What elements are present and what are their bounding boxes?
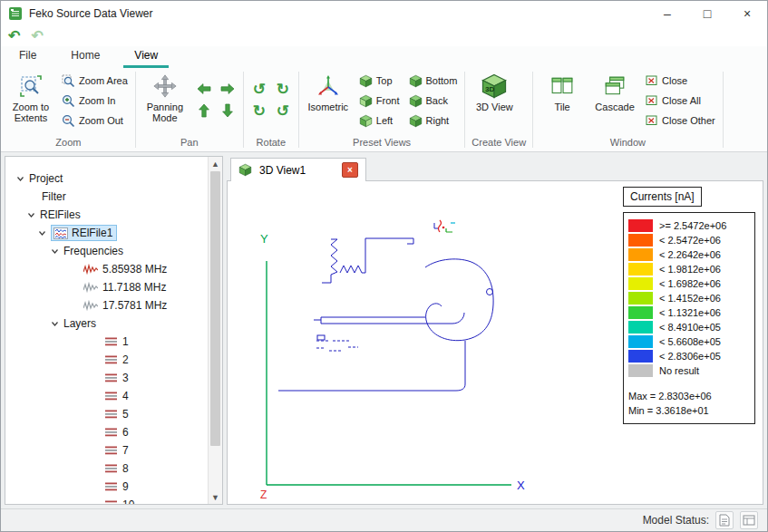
layer-label: 4 [122,390,129,402]
maximize-button[interactable]: □ [687,1,727,26]
view-right-icon [409,114,423,128]
tree-node-filter[interactable]: Filter [5,188,206,206]
expander-icon[interactable] [51,320,59,328]
app-window: Feko Source Data Viewer – □ × ↶ ↶ File H… [0,0,768,532]
tree-node-layer-4[interactable]: 4 [5,387,206,405]
tab-home[interactable]: Home [60,46,111,68]
status-bar: Model Status: [1,508,767,531]
rotate-group-label: Rotate [245,137,297,151]
view-front-button[interactable]: Front [355,91,403,111]
tree-label-relfile1: RElFile1 [72,227,112,239]
tree-node-layer-1[interactable]: 1 [5,333,206,351]
svg-text:3D: 3D [485,85,495,93]
tree-node-frequencies[interactable]: Frequencies [5,242,206,260]
tree-node-layer-2[interactable]: 2 [5,351,206,369]
tree-node-layer-8[interactable]: 8 [5,459,206,478]
feed-point-details [439,220,456,232]
close-all-label: Close All [662,95,701,106]
tree-node-frequency-2[interactable]: 11.7188 MHz [5,278,206,296]
view-tab-3d-view1[interactable]: 3D View1 × [230,158,366,181]
create-3d-view-button[interactable]: 3D 3D View [469,71,520,114]
tree-node-layer-7[interactable]: 7 [5,441,206,459]
view-top-button[interactable]: Top [355,71,403,91]
redo-icon[interactable]: ↶ [31,29,43,44]
tree-node-relfiles[interactable]: RElFiles [5,206,206,224]
tree-node-project[interactable]: Project [5,169,206,188]
legend-min: Min = 3.3618e+01 [628,405,750,416]
close-other-button[interactable]: Close Other [642,111,719,131]
ribbon-tab-row: File Home View [1,46,767,68]
tab-view[interactable]: View [123,46,169,68]
tree-node-layer-6[interactable]: 6 [5,423,206,441]
scroll-up-button[interactable]: ▲ [209,157,222,170]
expander-icon[interactable] [27,211,35,219]
undo-icon[interactable]: ↶ [8,29,20,44]
tile-button[interactable]: Tile [537,71,588,114]
zoom-to-extents-button[interactable]: Zoom to Extents [5,71,56,125]
layer-icon [105,373,118,383]
tab-file[interactable]: File [8,46,47,68]
y-axis-label: Y [260,232,268,246]
layer-label: 9 [122,480,129,493]
pan-up-button[interactable] [192,100,216,121]
zoom-area-button[interactable]: Zoom Area [58,71,131,91]
close-all-button[interactable]: Close All [642,91,719,111]
tree-node-frequency-3[interactable]: 17.5781 MHz [5,296,206,314]
pan-group-label: Pan [137,137,242,151]
close-window-button[interactable]: × [727,1,767,26]
pan-down-button[interactable] [216,100,239,121]
rotate-down-button[interactable]: ↺ [271,100,295,121]
isometric-button[interactable]: Isometric [303,71,354,114]
tree-node-frequency-1[interactable]: 5.85938 MHz [5,260,206,278]
rel-file-icon [53,227,68,239]
view-right-button[interactable]: Right [405,111,462,131]
minimize-button[interactable]: – [647,1,687,26]
model-status-document-icon[interactable] [715,511,734,529]
expander-icon[interactable] [51,247,59,256]
quick-access-toolbar: ↶ ↶ [1,26,767,46]
create-3d-view-label: 3D View [476,102,513,112]
pan-left-button[interactable] [192,78,216,100]
tree-node-layers[interactable]: Layers [5,314,206,333]
project-tree: Project Filter RElFiles [5,157,222,504]
zoom-in-button[interactable]: Zoom In [58,91,131,111]
panning-mode-button[interactable]: Panning Mode [140,71,190,125]
rotate-up-button[interactable]: ↻ [248,100,271,121]
z-axis-label: Z [260,488,267,501]
close-view-button[interactable]: Close [642,71,719,91]
rotate-cw-button[interactable]: ↻ [271,78,295,100]
rotate-ccw-button[interactable]: ↺ [248,78,271,100]
tree-node-relfile1[interactable]: RElFile1 [5,224,206,242]
pan-right-button[interactable] [216,78,239,100]
tree-node-layer-3[interactable]: 3 [5,369,206,387]
view-bottom-button[interactable]: Bottom [405,71,462,91]
zoom-area-label: Zoom Area [79,75,128,86]
3d-canvas[interactable]: Y X Z [227,181,763,505]
scrollbar-thumb[interactable] [210,171,220,446]
zoom-in-icon [62,94,75,108]
legend-scale: >= 2.5472e+06 < 2.5472e+06 < 2.2642e+06 … [623,212,755,424]
view-tab-close-button[interactable]: × [342,162,358,178]
view-top-label: Top [376,75,393,86]
expander-icon[interactable] [38,229,46,237]
zoom-out-button[interactable]: Zoom Out [58,111,131,131]
model-status-box-icon[interactable] [740,511,758,529]
expander-icon[interactable] [16,175,24,183]
view-left-button[interactable]: Left [355,111,403,131]
ribbon-separator [243,72,244,148]
zoom-out-icon [62,114,75,128]
tree-node-layer-10[interactable]: 10 [5,496,206,504]
layer-label: 6 [122,426,129,439]
legend-row-no-result: No result [628,363,750,378]
cascade-button[interactable]: Cascade [589,71,640,114]
view-back-button[interactable]: Back [405,91,462,111]
scroll-down-button[interactable]: ▼ [209,490,222,504]
close-all-icon [646,94,658,107]
layer-icon [105,464,118,474]
tree-node-layer-9[interactable]: 9 [5,478,206,496]
tree-node-layer-5[interactable]: 5 [5,405,206,423]
frequency-label: 11.7188 MHz [102,281,166,294]
window-controls: – □ × [647,1,767,26]
legend-max: Max = 2.8303e+06 [628,391,750,401]
tree-scrollbar[interactable]: ▲ ▼ [208,157,222,504]
